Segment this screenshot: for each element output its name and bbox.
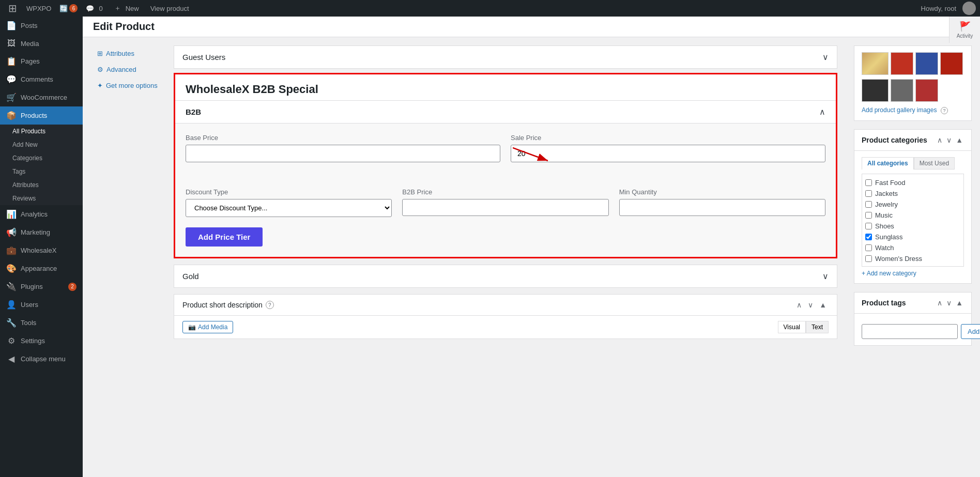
sidebar-label-posts: Posts — [21, 22, 38, 29]
sidebar-item-tags[interactable]: Tags — [0, 165, 83, 178]
category-label-jackets: Jackets — [875, 190, 898, 197]
sidebar-item-add-new[interactable]: Add New — [0, 138, 83, 151]
thumb-6[interactable] — [891, 79, 913, 102]
category-checkbox-fast-food[interactable] — [865, 179, 872, 186]
min-quantity-input[interactable] — [619, 199, 825, 216]
add-new-category-link[interactable]: + Add new category — [862, 270, 964, 277]
sidebar-item-reviews[interactable]: Reviews — [0, 192, 83, 205]
sidebar-item-plugins[interactable]: 🔌 Plugins 2 — [0, 278, 83, 296]
sidebar-item-comments[interactable]: 💬 Comments — [0, 70, 83, 88]
category-label-fast-food: Fast Food — [875, 179, 906, 187]
tags-up-button[interactable]: ∧ — [936, 298, 943, 308]
sidebar-item-settings[interactable]: ⚙ Settings — [0, 332, 83, 350]
categories-down-button[interactable]: ∨ — [945, 135, 953, 145]
settings-icon: ⚙ — [6, 336, 17, 346]
category-tabs: All categories Most Used — [862, 157, 964, 170]
sidebar-item-attributes[interactable]: Attributes — [0, 178, 83, 192]
category-checkbox-shoes[interactable] — [865, 223, 872, 229]
category-checkbox-jackets[interactable] — [865, 190, 872, 197]
sidebar-item-analytics[interactable]: 📊 Analytics — [0, 205, 83, 223]
product-tags-box: Product tags ∧ ∨ ▲ Add — [854, 292, 972, 346]
short-description-box: Product short description ? ∧ ∨ ▲ — [174, 294, 837, 339]
guest-users-header[interactable]: Guest Users — [174, 46, 837, 68]
text-tab[interactable]: Text — [806, 321, 829, 333]
category-checkbox-watch[interactable] — [865, 244, 872, 251]
category-label-sunglass: Sunglass — [875, 233, 902, 241]
sidebar-label-pages: Pages — [21, 57, 40, 65]
tags-close-button[interactable]: ▲ — [955, 298, 964, 308]
category-checkbox-music[interactable] — [865, 212, 872, 219]
wp-logo-icon[interactable]: ⊞ — [4, 2, 21, 14]
thumb-7[interactable] — [915, 79, 938, 102]
add-gallery-images-link[interactable]: Add product gallery images — [862, 106, 937, 114]
most-used-tab[interactable]: Most Used — [914, 157, 955, 170]
all-categories-tab[interactable]: All categories — [862, 157, 914, 170]
tags-input[interactable] — [862, 324, 958, 339]
add-media-button[interactable]: 📷 Add Media — [182, 321, 233, 333]
sidebar-item-tools[interactable]: 🔧 Tools — [0, 314, 83, 332]
gallery-thumbnails — [862, 52, 964, 102]
category-checkbox-sunglass[interactable] — [865, 234, 872, 240]
sidebar-item-media[interactable]: 🖼 Media — [0, 35, 83, 52]
admin-user[interactable]: Howdy, root — [918, 2, 976, 15]
categories-close-button[interactable]: ▲ — [955, 135, 964, 145]
avatar — [962, 2, 976, 15]
thumb-5[interactable] — [862, 79, 889, 102]
sidebar-item-all-products[interactable]: All Products — [0, 125, 83, 138]
sidebar-item-appearance[interactable]: 🎨 Appearance — [0, 259, 83, 278]
categories-up-button[interactable]: ∧ — [936, 135, 943, 145]
add-price-tier-button[interactable]: Add Price Tier — [186, 227, 263, 247]
comments-icon[interactable]: 💬 0 — [83, 5, 109, 12]
updates-icon[interactable]: 🔄 6 — [56, 4, 81, 12]
site-name[interactable]: WPXPO — [23, 5, 54, 12]
category-checkbox-jewelry[interactable] — [865, 201, 872, 208]
short-desc-down-button[interactable]: ∨ — [806, 300, 815, 310]
category-checkbox-womens-dress[interactable] — [865, 255, 872, 262]
sidebar-item-categories[interactable]: Categories — [0, 151, 83, 165]
gallery-row-2 — [862, 79, 938, 102]
thumb-3[interactable] — [915, 52, 938, 75]
visual-tab[interactable]: Visual — [778, 321, 806, 333]
sidebar-label-appearance: Appearance — [21, 265, 57, 272]
short-desc-close-button[interactable]: ▲ — [817, 300, 829, 310]
discount-type-select[interactable]: Choose Discount Type... — [186, 199, 392, 217]
sidebar-item-woocommerce[interactable]: 🛒 WooCommerce — [0, 88, 83, 106]
sidebar-item-users[interactable]: 👤 Users — [0, 296, 83, 314]
gallery-help-icon[interactable]: ? — [941, 107, 948, 114]
collapse-menu-button[interactable]: ◀ Collapse menu — [0, 350, 83, 368]
thumb-4[interactable] — [940, 52, 963, 75]
tags-down-button[interactable]: ∨ — [945, 298, 953, 308]
b2b-header[interactable]: B2B — [175, 100, 836, 124]
b2b-price-input[interactable] — [402, 199, 608, 216]
short-desc-up-button[interactable]: ∧ — [794, 300, 804, 310]
tab-attributes[interactable]: ⊞ Attributes — [91, 45, 174, 61]
categories-content: All categories Most Used Fast Food Jacke… — [854, 151, 971, 283]
min-quantity-label: Min Quantity — [619, 188, 825, 196]
list-item: Jewelry — [865, 199, 960, 210]
sidebar-item-posts[interactable]: 📄 Posts — [0, 17, 83, 35]
thumb-1[interactable] — [862, 52, 889, 75]
gold-header[interactable]: Gold — [174, 265, 837, 287]
sidebar-item-products[interactable]: 📦 Products — [0, 106, 83, 125]
view-product-link[interactable]: View product — [147, 5, 192, 12]
sidebar-item-pages[interactable]: 📋 Pages — [0, 52, 83, 70]
activity-icon[interactable]: 🚩 — [959, 21, 971, 32]
new-button[interactable]: ＋ New — [111, 4, 145, 13]
right-panel: Add product gallery images ? Product cat… — [846, 37, 980, 477]
advanced-tab-icon: ⚙ — [97, 66, 103, 73]
short-desc-help-icon[interactable]: ? — [266, 301, 274, 309]
add-new-label: Add New — [12, 141, 38, 148]
sidebar-item-marketing[interactable]: 📢 Marketing — [0, 223, 83, 241]
sale-price-input[interactable] — [511, 145, 825, 162]
tab-advanced[interactable]: ⚙ Advanced — [91, 61, 174, 78]
svg-line-1 — [513, 148, 548, 161]
sidebar-item-wholesalex[interactable]: 💼 WholesaleX — [0, 241, 83, 259]
categories-controls: ∧ ∨ ▲ — [936, 135, 964, 145]
base-price-input[interactable] — [186, 145, 500, 162]
tab-get-more-options[interactable]: ✦ Get more options — [91, 78, 174, 94]
thumb-2[interactable] — [891, 52, 913, 75]
price-row: Base Price Sale Price — [186, 134, 825, 162]
comments-count: 0 — [96, 5, 105, 12]
tags-add-button[interactable]: Add — [961, 324, 980, 339]
arrow-annotation — [513, 145, 554, 167]
